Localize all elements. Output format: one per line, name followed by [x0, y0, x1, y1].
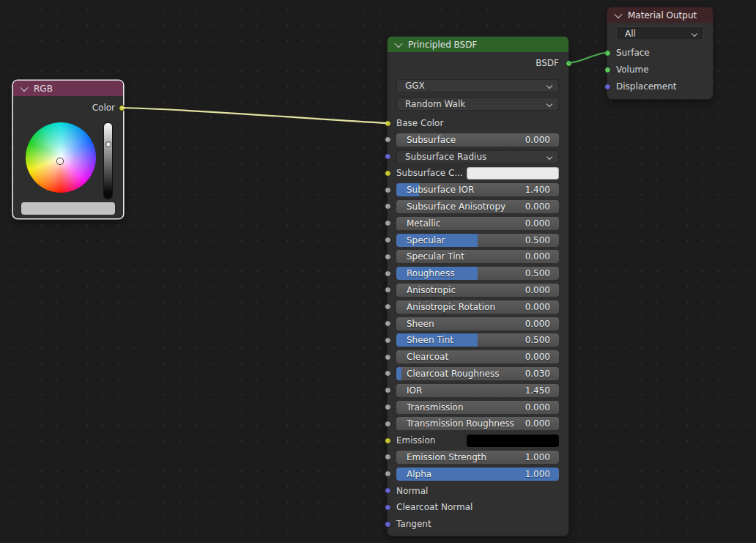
subsurface-radius-dropdown[interactable]: Subsurface Radius: [396, 150, 559, 163]
socket-subsurface-radius-input[interactable]: [385, 153, 391, 160]
socket-clearcoat-input[interactable]: [385, 354, 391, 361]
emission-strength-slider[interactable]: Emission Strength 1.000: [396, 451, 559, 464]
sheen-tint-slider[interactable]: Sheen Tint 0.500: [396, 333, 559, 347]
socket-subsurface-anisotropy-input[interactable]: [385, 203, 391, 210]
transmission-slider[interactable]: Transmission 0.000: [396, 401, 559, 414]
row-volume: Volume: [616, 63, 704, 76]
sheen-tint-value: 0.500: [525, 335, 559, 345]
clearcoat-roughness-slider[interactable]: Clearcoat Roughness 0.030: [396, 367, 559, 380]
dropdown-target-value: All: [625, 29, 636, 39]
socket-displacement-input[interactable]: [604, 84, 611, 90]
principled-node-header[interactable]: Principled BSDF: [388, 37, 568, 52]
color-wheel-cursor[interactable]: [57, 158, 63, 164]
rgb-node-header[interactable]: RGB: [13, 81, 123, 96]
socket-subsurface-c-input[interactable]: [385, 170, 391, 177]
principled-rows: Base Color Subsurface 0.000 Subsurface R…: [396, 117, 559, 531]
metallic-slider[interactable]: Metallic 0.000: [396, 217, 559, 230]
material-output-node-title: Material Output: [628, 10, 697, 21]
sheen-value: 0.000: [525, 319, 559, 329]
socket-alpha-input[interactable]: [385, 470, 391, 477]
emission-color-swatch[interactable]: [467, 435, 559, 447]
alpha-slider[interactable]: Alpha 1.000: [396, 468, 559, 481]
socket-clearcoat-roughness-input[interactable]: [385, 370, 391, 377]
subsurface-ior-slider[interactable]: Subsurface IOR 1.400: [396, 183, 559, 196]
ior-slider[interactable]: IOR 1.450: [396, 384, 559, 397]
node-material-output[interactable]: Material Output All Surface Volume Displ…: [607, 7, 713, 99]
sheen-slider[interactable]: Sheen 0.000: [396, 317, 559, 330]
subsurface-value: 0.000: [525, 135, 559, 145]
socket-roughness-input[interactable]: [385, 270, 391, 277]
emission-label: Emission: [396, 435, 467, 446]
row-tangent: Tangent: [396, 517, 559, 531]
alpha-label: Alpha: [396, 469, 431, 479]
transmission-roughness-slider[interactable]: Transmission Roughness 0.000: [396, 417, 559, 430]
socket-normal-input[interactable]: [385, 487, 391, 494]
node-principled-bsdf[interactable]: Principled BSDF BSDF GGX Random Walk Bas…: [388, 37, 568, 536]
socket-subsurface-ior-input[interactable]: [385, 187, 391, 193]
row-sheen: Sheen 0.000: [396, 317, 559, 330]
socket-volume-input[interactable]: [604, 67, 611, 73]
anisotropic-value: 0.000: [525, 285, 559, 295]
anisotropic-rotation-slider[interactable]: Anisotropic Rotation 0.000: [396, 300, 559, 314]
socket-color-output[interactable]: [119, 105, 125, 111]
socket-tangent-input[interactable]: [385, 521, 391, 528]
material-output-node-header[interactable]: Material Output: [607, 7, 713, 23]
row-transmission-roughness: Transmission Roughness 0.000: [396, 417, 559, 430]
bsdf-output-row: BSDF: [396, 56, 559, 70]
node-editor-canvas[interactable]: RGB Color Principled BSDF BSDF GGX Rando…: [0, 0, 756, 543]
subsurface-anisotropy-slider[interactable]: Subsurface Anisotropy 0.000: [396, 200, 559, 213]
socket-surface-input[interactable]: [604, 50, 611, 56]
value-slider[interactable]: [103, 122, 113, 199]
socket-metallic-input[interactable]: [385, 220, 391, 226]
rgb-node-title: RGB: [34, 84, 53, 94]
chevron-down-icon: [546, 101, 552, 107]
row-emission-strength: Emission Strength 1.000: [396, 451, 559, 464]
socket-anisotropic-rotation-input[interactable]: [385, 303, 391, 310]
color-wheel[interactable]: [26, 122, 96, 193]
node-rgb[interactable]: RGB Color: [13, 81, 123, 218]
row-specular-tint: Specular Tint 0.000: [396, 250, 559, 263]
transmission-value: 0.000: [525, 402, 559, 413]
collapse-chevron-icon[interactable]: [614, 10, 622, 18]
value-slider-cursor[interactable]: [105, 141, 111, 147]
rgb-color-output-row: Color: [21, 101, 115, 114]
dropdown-distribution[interactable]: GGX: [396, 79, 559, 92]
specular-slider[interactable]: Specular 0.500: [396, 234, 559, 247]
subsurface-c-color-swatch[interactable]: [467, 167, 559, 180]
socket-sheen-input[interactable]: [385, 320, 391, 327]
anisotropic-slider[interactable]: Anisotropic 0.000: [396, 284, 559, 297]
row-clearcoat-roughness: Clearcoat Roughness 0.030: [396, 367, 559, 380]
socket-clearcoat-normal-input[interactable]: [385, 504, 391, 511]
socket-bsdf-output[interactable]: [566, 60, 572, 67]
collapse-chevron-icon[interactable]: [394, 39, 402, 47]
socket-specular-input[interactable]: [385, 237, 391, 243]
socket-emission-strength-input[interactable]: [385, 454, 391, 460]
row-specular: Specular 0.500: [396, 234, 559, 247]
principled-node-title: Principled BSDF: [408, 40, 477, 50]
socket-anisotropic-input[interactable]: [385, 287, 391, 293]
socket-specular-tint-input[interactable]: [385, 254, 391, 260]
row-anisotropic-rotation: Anisotropic Rotation 0.000: [396, 300, 559, 314]
clearcoat-slider[interactable]: Clearcoat 0.000: [396, 350, 559, 363]
subsurface-slider[interactable]: Subsurface 0.000: [396, 133, 559, 147]
socket-transmission-roughness-input[interactable]: [385, 421, 391, 427]
socket-sheen-tint-input[interactable]: [385, 337, 391, 344]
subsurface-label: Subsurface: [396, 135, 456, 145]
dropdown-subsurface-method[interactable]: Random Walk: [396, 97, 559, 111]
row-subsurface: Subsurface 0.000: [396, 133, 559, 147]
rgb-color-swatch[interactable]: [21, 202, 115, 215]
specular-tint-slider[interactable]: Specular Tint 0.000: [396, 250, 559, 263]
dropdown-target[interactable]: All: [616, 26, 704, 40]
color-output-label: Color: [92, 103, 115, 113]
socket-emission-input[interactable]: [385, 437, 391, 444]
roughness-slider[interactable]: Roughness 0.500: [396, 267, 559, 280]
anisotropic-rotation-value: 0.000: [525, 302, 559, 312]
socket-transmission-input[interactable]: [385, 404, 391, 410]
socket-subsurface-input[interactable]: [385, 136, 391, 143]
subsurface-ior-value: 1.400: [525, 185, 559, 195]
socket-base-color-input[interactable]: [385, 120, 391, 127]
clearcoat-label: Clearcoat: [396, 352, 448, 362]
roughness-label: Roughness: [396, 268, 454, 278]
socket-ior-input[interactable]: [385, 387, 391, 394]
collapse-chevron-icon[interactable]: [20, 83, 28, 91]
